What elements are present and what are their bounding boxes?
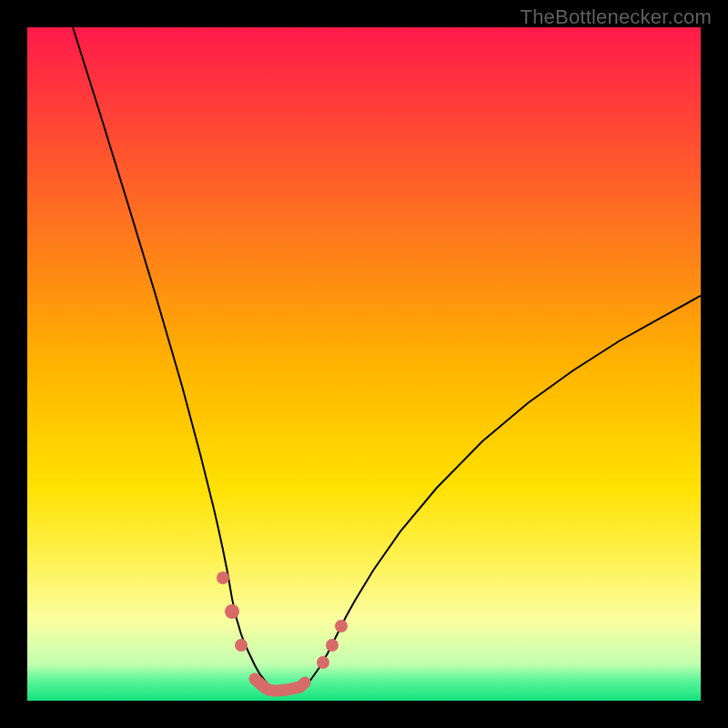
watermark-text: TheBottlenecker.com — [521, 5, 712, 29]
gradient-background — [27, 27, 701, 701]
marker-1 — [225, 604, 239, 619]
marker-4 — [326, 639, 339, 652]
chart-outer-frame: TheBottlenecker.com — [0, 0, 728, 728]
chart-svg — [27, 27, 701, 701]
marker-5 — [335, 620, 348, 632]
marker-0 — [217, 571, 229, 584]
marker-3 — [317, 656, 329, 669]
marker-2 — [235, 639, 248, 652]
plot-area — [27, 27, 701, 701]
